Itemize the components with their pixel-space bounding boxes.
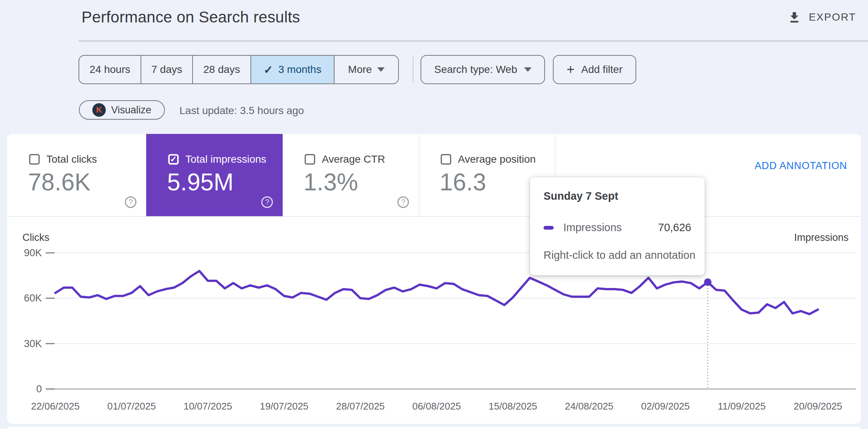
clicks-axis-label: Clicks (22, 232, 49, 243)
cards-bottom-divider (7, 216, 861, 217)
last-update-text: Last update: 3.5 hours ago (179, 105, 304, 117)
date-range-more-dropdown[interactable]: More (335, 56, 398, 83)
check-icon: ✓ (264, 63, 273, 76)
filter-bar: 24 hours 7 days 28 days ✓ 3 months More … (0, 55, 868, 84)
performance-panel: Total clicks 78.6K ? ✓ Total impressions… (7, 134, 861, 424)
metric-card-total-clicks[interactable]: Total clicks 78.6K ? (7, 134, 146, 216)
date-range-7-days[interactable]: 7 days (141, 56, 193, 83)
metric-value: 1.3% (304, 168, 358, 196)
chip-label: 28 days (203, 64, 240, 76)
date-range-chip-group: 24 hours 7 days 28 days ✓ 3 months More (79, 55, 399, 84)
chevron-down-icon (377, 67, 385, 72)
chip-label: 3 months (278, 64, 321, 76)
chip-label: 7 days (151, 64, 182, 76)
metric-label: Average position (458, 153, 536, 165)
checkbox-unchecked[interactable] (441, 154, 451, 165)
chip-label: 24 hours (90, 64, 130, 76)
plus-icon: + (567, 63, 575, 76)
search-type-chip[interactable]: Search type: Web (421, 55, 545, 84)
impressions-axis-label: Impressions (794, 232, 849, 243)
chart-tooltip: Sunday 7 Sept Impressions 70,626 Right-c… (530, 177, 705, 275)
add-filter-chip[interactable]: + Add filter (553, 55, 636, 84)
metric-value: 5.95M (167, 168, 234, 196)
next-card-top (7, 427, 861, 429)
help-icon[interactable]: ? (125, 196, 136, 208)
impressions-series-swatch (544, 226, 554, 230)
search-type-label: Search type: Web (434, 64, 517, 76)
date-range-28-days[interactable]: 28 days (193, 56, 251, 83)
add-annotation-button[interactable]: ADD ANNOTATION (755, 160, 847, 172)
metric-card-average-ctr[interactable]: Average CTR 1.3% ? (283, 134, 419, 216)
page-title: Performance on Search results (81, 8, 300, 26)
date-range-3-months[interactable]: ✓ 3 months (251, 56, 335, 83)
header-divider (79, 40, 868, 42)
chevron-down-icon (524, 67, 532, 72)
card-divider (419, 134, 419, 216)
metric-card-total-impressions[interactable]: ✓ Total impressions 5.95M ? (146, 134, 283, 216)
metric-label: Average CTR (322, 153, 385, 165)
filter-separator (413, 56, 413, 83)
visualize-button[interactable]: K Visualize (79, 100, 165, 120)
export-label: EXPORT (809, 11, 856, 23)
card-divider (283, 134, 283, 216)
chip-label: More (348, 64, 372, 76)
metric-label: Total impressions (185, 153, 266, 165)
k-logo-icon: K (92, 103, 106, 117)
add-filter-label: Add filter (581, 64, 623, 76)
tooltip-value: 70,626 (658, 221, 691, 234)
checkbox-unchecked[interactable] (305, 154, 315, 165)
help-icon[interactable]: ? (261, 196, 273, 208)
metric-label: Total clicks (46, 153, 97, 165)
export-button[interactable]: EXPORT (788, 10, 856, 24)
metric-value: 16.3 (440, 168, 486, 196)
download-icon (788, 10, 801, 24)
checkbox-checked[interactable]: ✓ (168, 154, 179, 165)
visualize-label: Visualize (111, 104, 151, 116)
date-range-24-hours[interactable]: 24 hours (79, 56, 141, 83)
tooltip-series-label: Impressions (563, 221, 622, 234)
help-icon[interactable]: ? (397, 196, 409, 208)
metric-value: 78.6K (28, 168, 90, 196)
checkbox-unchecked[interactable] (29, 154, 40, 165)
tooltip-hint: Right-click to add an annotation (544, 249, 695, 261)
tooltip-date: Sunday 7 Sept (544, 190, 618, 202)
